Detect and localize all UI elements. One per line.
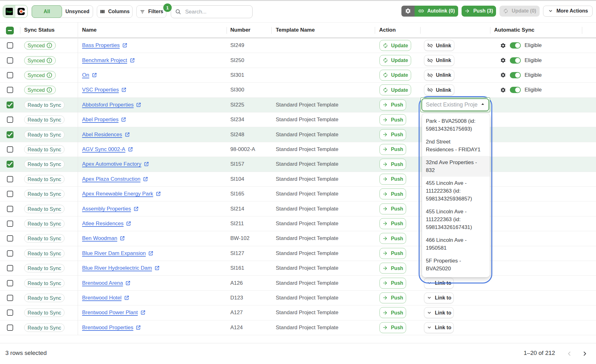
- svg-text:Sage: Sage: [6, 10, 13, 13]
